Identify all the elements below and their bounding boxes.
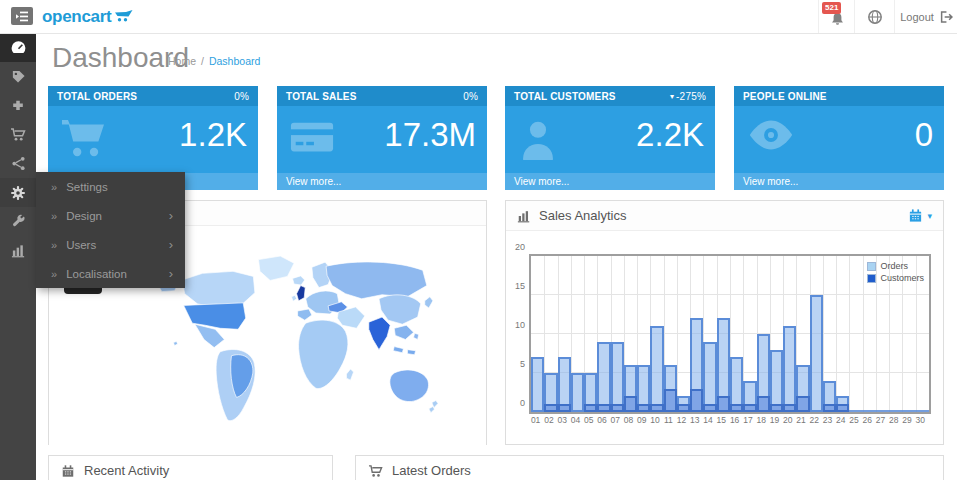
sidebar bbox=[0, 33, 36, 480]
x-tick-label: 13 bbox=[688, 415, 701, 425]
chart-bar-customers bbox=[584, 404, 597, 412]
gear-icon bbox=[10, 185, 26, 201]
country-russia bbox=[326, 262, 427, 299]
flyout-item-design[interactable]: » Design › bbox=[36, 201, 185, 230]
x-tick-label: 01 bbox=[529, 415, 542, 425]
chart-bar-customers bbox=[690, 389, 703, 412]
chevron-right-icon: › bbox=[169, 237, 173, 252]
country-japan bbox=[425, 297, 433, 308]
gridline bbox=[849, 256, 850, 412]
sidebar-item-marketing[interactable] bbox=[0, 149, 36, 178]
sidebar-item-sales[interactable] bbox=[0, 120, 36, 149]
view-more-link[interactable]: View more... bbox=[277, 173, 487, 190]
country-uk bbox=[297, 286, 306, 301]
bar-chart-icon bbox=[11, 243, 26, 258]
breadcrumb: Home / Dashboard bbox=[168, 55, 260, 67]
flyout-item-label: Settings bbox=[66, 181, 108, 193]
sidebar-item-tools[interactable] bbox=[0, 207, 36, 236]
chart-bar-orders bbox=[770, 350, 783, 412]
flyout-item-settings[interactable]: » Settings bbox=[36, 172, 185, 201]
system-flyout-menu: » Settings » Design › » Users › » Locali… bbox=[36, 172, 185, 288]
chart-bar-customers bbox=[637, 404, 650, 412]
view-more-link[interactable]: View more... bbox=[505, 173, 715, 190]
shopping-cart-icon bbox=[60, 117, 108, 159]
country-new-zealand-south bbox=[429, 407, 435, 413]
legend-swatch bbox=[867, 262, 876, 271]
logout-button[interactable]: Logout bbox=[894, 0, 957, 33]
tile-value: 0 bbox=[915, 118, 933, 151]
indent-icon bbox=[14, 9, 30, 24]
y-tick-label: 5 bbox=[520, 359, 525, 369]
x-tick-label: 23 bbox=[821, 415, 834, 425]
flyout-item-localisation[interactable]: » Localisation › bbox=[36, 259, 185, 288]
x-tick-label: 12 bbox=[675, 415, 688, 425]
x-tick-label: 17 bbox=[741, 415, 754, 425]
country-indonesia bbox=[393, 347, 403, 353]
chart-bar-customers bbox=[836, 404, 849, 412]
x-tick-label: 20 bbox=[781, 415, 794, 425]
calendar-icon bbox=[61, 464, 75, 478]
x-tick-label: 25 bbox=[847, 415, 860, 425]
language-button[interactable] bbox=[854, 0, 895, 33]
x-tick-label: 04 bbox=[569, 415, 582, 425]
chart-bar-orders bbox=[571, 373, 584, 412]
tile-label: TOTAL ORDERS bbox=[57, 91, 137, 102]
globe-icon bbox=[867, 9, 883, 25]
latest-orders-panel: Latest Orders bbox=[355, 455, 944, 480]
bar-chart-icon bbox=[517, 209, 531, 223]
view-more-link[interactable]: View more... bbox=[734, 173, 944, 190]
chart-bar-customers bbox=[717, 396, 730, 412]
wrench-icon bbox=[11, 214, 26, 229]
legend-entry-customers: Customers bbox=[867, 273, 924, 283]
chart-bar-orders bbox=[810, 295, 823, 412]
sidebar-item-dashboard[interactable] bbox=[0, 33, 36, 62]
notifications-button[interactable]: 521 bbox=[818, 0, 855, 33]
country-hawaii bbox=[174, 342, 178, 346]
sidebar-item-reports[interactable] bbox=[0, 236, 36, 265]
x-tick-label: 02 bbox=[542, 415, 555, 425]
x-tick-label: 16 bbox=[728, 415, 741, 425]
tile-value: 1.2K bbox=[179, 118, 247, 151]
sidebar-item-extensions[interactable] bbox=[0, 91, 36, 120]
x-tick-label: 26 bbox=[861, 415, 874, 425]
tile-label: TOTAL CUSTOMERS bbox=[514, 91, 616, 102]
chart-bar-orders bbox=[611, 342, 624, 412]
chart-bar-orders bbox=[703, 342, 716, 412]
x-tick-label: 30 bbox=[914, 415, 927, 425]
menu-toggle-button[interactable] bbox=[11, 7, 33, 25]
chevron-right-icon: › bbox=[169, 208, 173, 223]
recent-activity-panel: Recent Activity bbox=[48, 455, 333, 480]
x-tick-label: 09 bbox=[635, 415, 648, 425]
sidebar-item-system[interactable] bbox=[0, 178, 36, 207]
chart-bar-customers bbox=[664, 389, 677, 412]
x-tick-label: 03 bbox=[556, 415, 569, 425]
sales-analytics-panel: Sales Analytics ▾ 05101520 Orders Custom… bbox=[505, 200, 944, 445]
date-range-dropdown[interactable]: ▾ bbox=[908, 208, 932, 223]
calendar-icon bbox=[908, 208, 923, 223]
x-tick-label: 08 bbox=[622, 415, 635, 425]
breadcrumb-home[interactable]: Home bbox=[168, 55, 196, 67]
double-angle-icon: » bbox=[51, 268, 57, 280]
chart-y-axis: 05101520 bbox=[508, 249, 527, 409]
chart-bar-orders bbox=[783, 326, 796, 412]
chart-bar-customers bbox=[703, 404, 716, 412]
tile-people-online: PEOPLE ONLINE 0 View more... bbox=[734, 86, 944, 190]
breadcrumb-current[interactable]: Dashboard bbox=[209, 55, 260, 67]
credit-card-icon bbox=[289, 117, 335, 157]
tile-total-customers: TOTAL CUSTOMERS ▾ -275% 2.2K View more..… bbox=[505, 86, 715, 190]
chart-bar-orders bbox=[650, 326, 663, 412]
country-greenland bbox=[258, 256, 294, 280]
country-madagascar bbox=[346, 369, 353, 380]
opencart-logo[interactable]: opencart bbox=[42, 0, 134, 33]
app-header: opencart 521 Logout bbox=[0, 0, 957, 34]
world-map[interactable] bbox=[144, 251, 439, 431]
gridline bbox=[836, 256, 837, 412]
sales-analytics-title: Sales Analytics bbox=[539, 208, 626, 223]
x-tick-label: 24 bbox=[834, 415, 847, 425]
chart-bar-customers bbox=[730, 404, 743, 412]
flyout-item-users[interactable]: » Users › bbox=[36, 230, 185, 259]
latest-orders-title: Latest Orders bbox=[392, 463, 471, 478]
sidebar-item-catalog[interactable] bbox=[0, 62, 36, 91]
chart-bar-customers bbox=[783, 404, 796, 412]
chart-bar-customers bbox=[624, 396, 637, 412]
